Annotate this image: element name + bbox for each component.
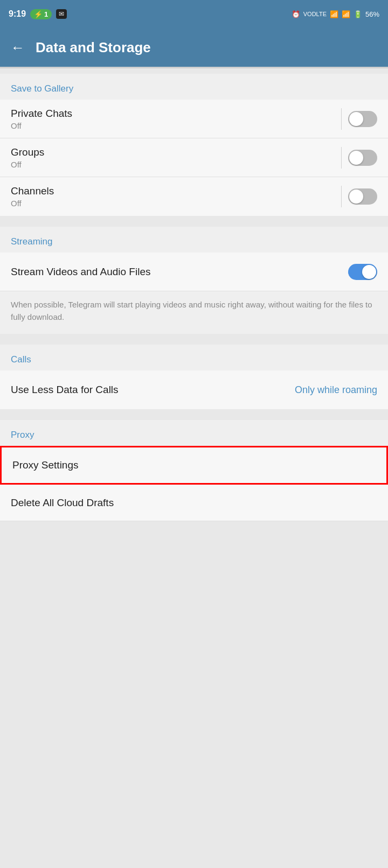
gap-2	[0, 221, 388, 227]
channels-row[interactable]: Channels Off	[0, 177, 388, 216]
save-to-gallery-title: Save to Gallery	[0, 74, 388, 100]
groups-right	[341, 147, 377, 169]
badge-icon: ⚡	[34, 10, 43, 18]
use-less-data-row[interactable]: Use Less Data for Calls Only while roami…	[0, 370, 388, 409]
page-title: Data and Storage	[36, 39, 151, 56]
streaming-title: Streaming	[0, 227, 388, 253]
back-button[interactable]: ←	[11, 40, 25, 54]
calls-section: Calls Use Less Data for Calls Only while…	[0, 345, 388, 409]
battery-icon: 🔋	[354, 10, 362, 18]
private-chats-right	[341, 108, 377, 130]
channels-right	[341, 186, 377, 207]
signal-icon-2: 📶	[342, 10, 350, 18]
stream-videos-label: Stream Videos and Audio Files	[11, 266, 150, 278]
stream-videos-toggle[interactable]	[348, 264, 377, 280]
signal-icon-1: 📶	[330, 10, 338, 18]
toggle-knob-1	[349, 112, 363, 126]
channels-label: Channels	[11, 185, 54, 197]
stream-videos-row[interactable]: Stream Videos and Audio Files	[0, 253, 388, 291]
streaming-description-text: When possible, Telegram will start playi…	[11, 300, 372, 321]
alarm-icon: ⏰	[292, 10, 300, 18]
toggle-knob-3	[349, 190, 363, 204]
groups-label: Groups	[11, 146, 44, 158]
proxy-title: Proxy	[0, 420, 388, 446]
divider-3	[341, 186, 342, 207]
private-chats-label: Private Chats	[11, 108, 72, 120]
channels-sublabel: Off	[11, 199, 54, 208]
channels-toggle[interactable]	[348, 188, 377, 205]
battery-percent: 56%	[365, 10, 379, 18]
groups-info: Groups Off	[11, 146, 44, 169]
use-less-data-info: Use Less Data for Calls	[11, 384, 119, 396]
toggle-knob-2	[349, 151, 363, 165]
toggle-knob-4	[362, 265, 376, 279]
use-less-data-label: Use Less Data for Calls	[11, 384, 119, 396]
stream-videos-info: Stream Videos and Audio Files	[11, 266, 150, 278]
calls-value: Only while roaming	[295, 384, 377, 396]
private-chats-toggle[interactable]	[348, 111, 377, 127]
streaming-description: When possible, Telegram will start playi…	[0, 291, 388, 334]
streaming-section: Streaming Stream Videos and Audio Files …	[0, 227, 388, 334]
proxy-section: Proxy Proxy Settings Delete All Cloud Dr…	[0, 420, 388, 521]
channels-info: Channels Off	[11, 185, 54, 208]
badge-count: 1	[44, 10, 48, 18]
status-badge-black: ✉	[56, 9, 67, 19]
gap-3	[0, 339, 388, 345]
calls-title: Calls	[0, 345, 388, 370]
gap-4	[0, 415, 388, 420]
status-bar: 9:19 ⚡ 1 ✉ ⏰ VODLTE 📶 📶 🔋 56%	[0, 0, 388, 28]
private-chats-row[interactable]: Private Chats Off	[0, 100, 388, 138]
private-chats-info: Private Chats Off	[11, 108, 72, 130]
status-time: 9:19	[9, 9, 26, 19]
delete-cloud-drafts-row[interactable]: Delete All Cloud Drafts	[0, 485, 388, 521]
private-chats-sublabel: Off	[11, 121, 72, 130]
groups-row[interactable]: Groups Off	[0, 138, 388, 177]
proxy-settings-info: Proxy Settings	[12, 459, 79, 471]
header: ← Data and Storage	[0, 28, 388, 67]
delete-cloud-drafts-label: Delete All Cloud Drafts	[11, 497, 114, 509]
proxy-settings-label: Proxy Settings	[12, 459, 79, 471]
gap-1	[0, 68, 388, 74]
groups-toggle[interactable]	[348, 150, 377, 166]
divider-2	[341, 147, 342, 169]
status-right: ⏰ VODLTE 📶 📶 🔋 56%	[292, 10, 379, 18]
use-less-data-right: Only while roaming	[295, 384, 377, 396]
status-left: 9:19 ⚡ 1 ✉	[9, 9, 67, 19]
status-badge-green: ⚡ 1	[30, 9, 52, 19]
save-to-gallery-section: Save to Gallery Private Chats Off Groups…	[0, 74, 388, 216]
proxy-settings-row[interactable]: Proxy Settings	[0, 446, 388, 485]
groups-sublabel: Off	[11, 160, 44, 169]
divider-1	[341, 108, 342, 130]
vod-lte-icon: VODLTE	[303, 11, 327, 17]
stream-videos-right	[348, 264, 377, 280]
